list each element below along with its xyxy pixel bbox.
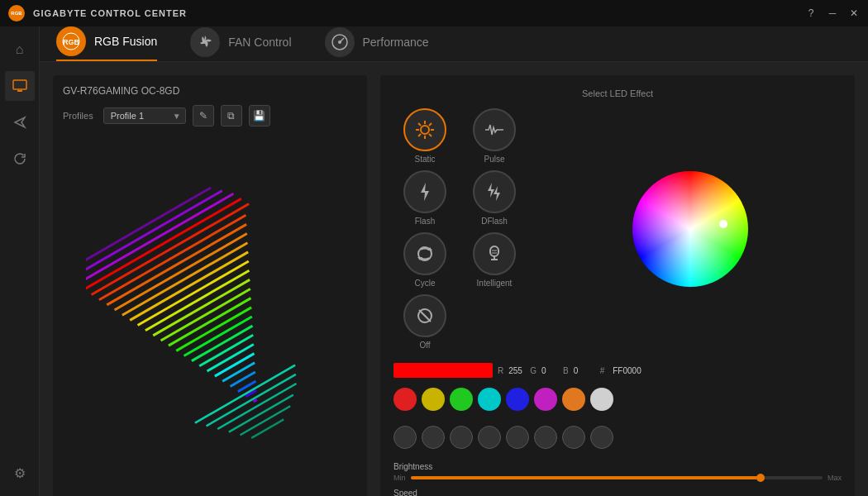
sidebar: ⌂ ⚙ (0, 26, 40, 496)
svg-point-39 (421, 126, 429, 134)
main-layout: ⌂ ⚙ (0, 26, 868, 496)
color-values-row: R 255 G 0 B 0 # FF0000 (393, 363, 842, 378)
color-wheel-area (539, 108, 842, 350)
dflash-label: DFlash (481, 217, 508, 226)
g-channel-label: G (530, 366, 537, 375)
svg-line-29 (254, 399, 257, 402)
hex-symbol: # (600, 366, 605, 375)
fan-control-icon (190, 27, 220, 57)
window-controls: ? ─ ✕ (805, 7, 860, 19)
color-preset-empty-3[interactable] (450, 426, 473, 449)
app-logo: RGB (8, 5, 25, 21)
svg-line-46 (429, 123, 432, 126)
svg-marker-50 (494, 186, 500, 201)
color-preset-empty-6[interactable] (534, 426, 557, 449)
svg-marker-48 (421, 183, 429, 201)
pulse-label: Pulse (484, 155, 504, 164)
tab-performance[interactable]: Performance (325, 27, 429, 60)
brightness-track-row: Min Max (393, 474, 842, 482)
color-preset-green[interactable] (450, 388, 473, 411)
svg-line-15 (145, 270, 250, 331)
main-content: GV-R76GAMING OC-8GD Profiles Profile 1 ▼… (40, 62, 868, 496)
color-preset-empty-8[interactable] (590, 426, 613, 449)
brightness-slider-row: Brightness Min Max (393, 462, 842, 482)
sliders-section: Brightness Min Max Speed (393, 462, 842, 496)
r-value: 255 (508, 366, 525, 375)
svg-line-36 (229, 395, 293, 432)
color-preset-empty-5[interactable] (506, 426, 529, 449)
color-preset-cyan[interactable] (478, 388, 501, 411)
color-preset-orange[interactable] (562, 388, 585, 411)
svg-line-7 (86, 198, 241, 289)
brightness-thumb[interactable] (756, 474, 765, 482)
color-presets-row1 (393, 388, 842, 411)
tab-fan-control[interactable]: FAN Control (190, 27, 291, 60)
sidebar-item-send[interactable] (5, 107, 35, 137)
static-icon[interactable] (403, 108, 446, 151)
profiles-label: Profiles (63, 111, 93, 121)
flash-label: Flash (415, 217, 435, 226)
sidebar-item-settings[interactable]: ⚙ (5, 458, 35, 488)
color-preset-magenta[interactable] (534, 388, 557, 411)
color-preset-empty-1[interactable] (393, 426, 417, 449)
tab-bar: RGB RGB Fusion FAN Control (40, 26, 868, 62)
minimize-button[interactable]: ─ (827, 7, 838, 19)
off-icon[interactable] (403, 294, 446, 337)
dflash-icon[interactable] (473, 170, 516, 213)
color-preset-red[interactable] (393, 388, 417, 411)
color-wheel[interactable] (632, 171, 748, 287)
edit-profile-button[interactable]: ✎ (193, 105, 214, 126)
color-preset-empty-7[interactable] (562, 426, 585, 449)
sidebar-item-monitor[interactable] (5, 71, 35, 101)
svg-line-21 (192, 326, 253, 361)
color-preset-yellow[interactable] (422, 388, 445, 411)
cycle-icon[interactable] (403, 232, 446, 275)
speed-slider-row: Speed Min Max (393, 489, 842, 496)
help-button[interactable]: ? (805, 7, 817, 19)
g-value: 0 (541, 366, 558, 375)
title-bar: RGB GIGABYTE CONTROL CENTER ? ─ ✕ (0, 0, 868, 26)
brightness-fill (411, 476, 761, 479)
effect-dflash[interactable]: DFlash (463, 170, 526, 226)
color-preset-empty-2[interactable] (422, 426, 445, 449)
effects-color-row: Static Pulse (393, 108, 842, 350)
hex-value: FF0000 (613, 366, 641, 375)
profile-select[interactable]: Profile 1 (103, 107, 186, 124)
svg-line-35 (217, 384, 296, 429)
tab-performance-label: Performance (363, 36, 429, 49)
flash-icon[interactable] (403, 170, 446, 213)
save-profile-button[interactable]: 💾 (249, 105, 270, 126)
close-button[interactable]: ✕ (848, 7, 860, 19)
svg-line-8 (92, 204, 250, 295)
effect-intelligent[interactable]: Intelligent (463, 232, 526, 288)
color-preset-white[interactable] (590, 388, 613, 411)
profiles-row: Profiles Profile 1 ▼ ✎ ⧉ 💾 (63, 105, 357, 126)
effect-pulse[interactable]: Pulse (463, 108, 526, 164)
effect-flash[interactable]: Flash (393, 170, 456, 226)
app-title: GIGABYTE CONTROL CENTER (33, 8, 797, 18)
effect-cycle[interactable]: Cycle (393, 232, 456, 288)
pulse-icon[interactable] (473, 108, 516, 151)
led-effects-grid: Static Pulse (393, 108, 526, 350)
tab-rgb-fusion[interactable]: RGB RGB Fusion (56, 26, 157, 61)
color-preview-bar[interactable] (393, 363, 493, 378)
r-channel-label: R (498, 366, 503, 375)
svg-rect-54 (490, 246, 498, 256)
svg-line-30 (86, 193, 233, 284)
sidebar-item-refresh[interactable] (5, 144, 35, 174)
intelligent-icon[interactable] (473, 232, 516, 275)
copy-profile-button[interactable]: ⧉ (221, 105, 242, 126)
sidebar-item-home[interactable]: ⌂ (5, 35, 35, 64)
effect-static[interactable]: Static (393, 108, 456, 164)
svg-marker-49 (488, 183, 494, 198)
profile-select-wrap: Profile 1 ▼ (103, 107, 186, 124)
brightness-slider[interactable] (411, 476, 823, 479)
svg-line-25 (222, 363, 255, 382)
color-preset-empty-4[interactable] (478, 426, 501, 449)
svg-line-60 (419, 310, 431, 322)
color-cursor (719, 220, 727, 228)
svg-rect-0 (13, 80, 26, 89)
color-preset-blue[interactable] (506, 388, 529, 411)
effect-off[interactable]: Off (393, 294, 456, 350)
content-area: RGB RGB Fusion FAN Control (40, 26, 868, 496)
